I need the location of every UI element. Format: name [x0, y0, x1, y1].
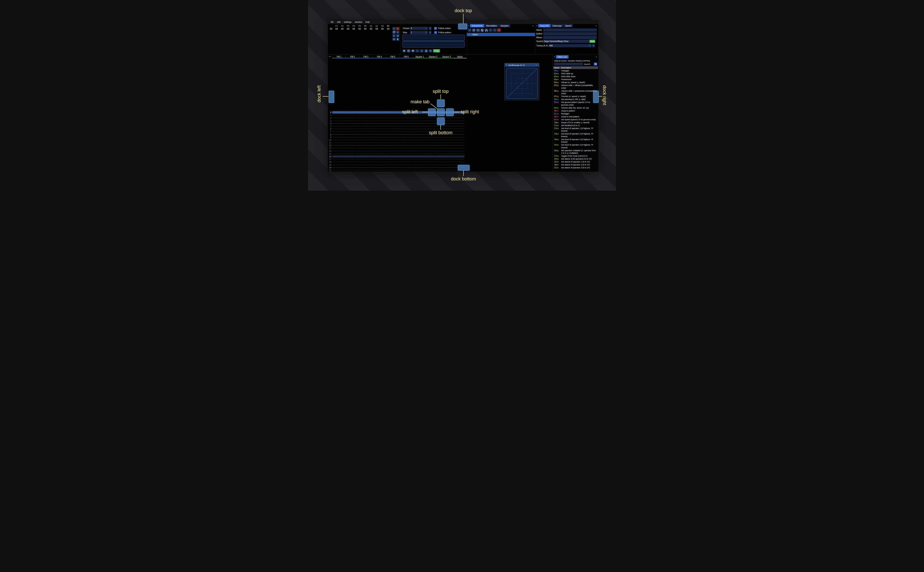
instruments-tab[interactable]: Instruments — [470, 24, 484, 27]
name-input[interactable] — [543, 28, 597, 31]
octave-input[interactable]: 3 — [410, 27, 425, 30]
instrument-delete-button[interactable]: × — [497, 28, 501, 32]
order-move-up-button[interactable]: ∧ — [396, 31, 399, 34]
order-add-button[interactable]: + — [392, 27, 396, 30]
step-minus-button[interactable]: - — [425, 31, 428, 34]
order-cell[interactable]: 00 — [357, 28, 362, 31]
split-bottom-target[interactable] — [437, 118, 445, 125]
effect-list-tab[interactable]: Effect List — [556, 55, 569, 59]
menu-item[interactable]: file — [329, 21, 335, 23]
dock-bottom-target[interactable] — [458, 165, 469, 171]
dock-right-target[interactable] — [593, 91, 598, 103]
order-cell[interactable]: 00 — [340, 28, 345, 31]
channel-header[interactable]: Noise — [453, 55, 467, 58]
play-from-start-button[interactable] — [407, 49, 410, 53]
menu-item[interactable]: help — [364, 21, 371, 23]
channel-header[interactable]: FM 6 — [399, 55, 413, 58]
poly-toggle-button[interactable]: Poly — [433, 49, 440, 53]
split-right-target[interactable] — [446, 109, 453, 116]
instrument-duplicate-button[interactable] — [472, 28, 475, 32]
instrument-move-down-button[interactable]: ↓ — [493, 28, 497, 32]
pattern-row-cells[interactable] — [332, 120, 464, 122]
channel-header[interactable]: Square 2 — [426, 55, 439, 58]
order-remove-button[interactable]: − — [396, 27, 399, 30]
dock-left-target[interactable] — [329, 91, 334, 103]
octave-minus-button[interactable]: - — [425, 27, 428, 30]
close-icon[interactable]: × — [534, 64, 538, 66]
channel-header[interactable]: FM 1 — [332, 55, 346, 58]
pattern-row-cells[interactable] — [332, 158, 464, 160]
order-cell[interactable]: 00 — [351, 28, 357, 31]
step-plus-button[interactable]: + — [429, 31, 432, 34]
oscilloscope-title-bar[interactable]: ▼ Oscilloscope (X-Y) × — [505, 63, 539, 67]
step-one-row-button[interactable] — [411, 49, 415, 53]
order-cell[interactable]: 00 — [334, 28, 340, 31]
channel-header[interactable]: FM 4 — [372, 55, 386, 58]
step-input[interactable]: 1 — [410, 31, 425, 34]
follow-pattern-checkbox[interactable]: ✓ — [434, 31, 437, 34]
collapse-arrow-icon[interactable]: ▼ — [553, 56, 556, 58]
system-auto-button[interactable]: Auto — [589, 40, 595, 43]
tuning-minus-button[interactable]: - — [589, 44, 592, 47]
menu-item[interactable]: edit — [335, 21, 342, 23]
collapse-arrow-icon[interactable]: ▼ — [506, 64, 507, 66]
order-move-down-button[interactable]: ∨ — [392, 34, 396, 37]
album-input[interactable] — [543, 36, 597, 39]
channel-header[interactable]: Square 1 — [413, 55, 426, 58]
song-info-tab[interactable]: Song Info — [538, 24, 550, 27]
metronome-button[interactable] — [424, 49, 428, 53]
follow-orders-checkbox[interactable]: ✓ — [434, 27, 437, 30]
instrument-save-button[interactable] — [480, 28, 484, 32]
collapse-arrow-icon[interactable]: ▼ — [467, 25, 470, 27]
octave-plus-button[interactable]: + — [429, 27, 432, 30]
pattern-row-cells[interactable] — [332, 144, 464, 147]
instrument-add-button[interactable]: + — [468, 28, 471, 32]
instrument-move-up-button[interactable]: ↑ — [489, 28, 492, 32]
close-icon[interactable]: × — [595, 56, 598, 58]
instruments-tab[interactable]: Samples — [499, 24, 510, 27]
order-cell[interactable]: 00 — [380, 28, 385, 31]
order-cell[interactable]: 00 — [368, 28, 374, 31]
order-edit-mode-button[interactable] — [396, 37, 399, 41]
pattern-row-cells[interactable] — [332, 122, 464, 125]
close-icon[interactable]: × — [531, 25, 534, 27]
channel-header[interactable]: FM 3 — [359, 55, 372, 58]
system-input[interactable]: Sega Genesis/Mega Drive — [543, 40, 590, 43]
order-duplicate-button[interactable] — [392, 31, 396, 34]
effect-list-menu-button[interactable] — [594, 62, 597, 65]
order-cell[interactable]: 00 — [385, 28, 391, 31]
order-cell[interactable]: 00 — [362, 28, 368, 31]
pattern-row-cells[interactable] — [332, 163, 464, 166]
effect-search-input[interactable] — [554, 63, 583, 65]
collapse-arrow-icon[interactable]: ▼ — [536, 25, 538, 27]
song-info-tab[interactable]: Subsongs — [551, 24, 563, 27]
close-icon[interactable]: × — [594, 25, 598, 27]
order-exchange-button[interactable]: ⇄ — [392, 37, 396, 41]
author-input[interactable] — [543, 32, 597, 35]
make-tab-target[interactable] — [437, 109, 445, 116]
order-cell[interactable]: 00 — [374, 28, 380, 31]
pattern-row-cells[interactable] — [332, 111, 464, 114]
tuning-plus-button[interactable]: + — [592, 44, 595, 47]
pattern-row-cells[interactable] — [332, 125, 464, 127]
instrument-list-selected-row[interactable]: ○ - None - — [467, 33, 535, 36]
split-top-target[interactable] — [437, 99, 445, 107]
pattern-row-cells[interactable] — [332, 141, 464, 144]
channel-header[interactable]: FM 5 — [386, 55, 399, 58]
pattern-row-cells[interactable] — [332, 117, 464, 119]
pattern-row-cells[interactable] — [332, 155, 464, 158]
move-cursor-down-button[interactable]: ↓ — [416, 49, 419, 53]
play-button[interactable] — [402, 49, 406, 53]
dock-top-target[interactable] — [458, 23, 467, 29]
channel-expand-toggle[interactable]: ++ — [329, 55, 331, 58]
edit-record-toggle[interactable]: ● — [420, 49, 424, 53]
repeat-pattern-button[interactable]: ↻ — [429, 49, 432, 53]
tuning-input[interactable]: 440 — [548, 44, 590, 47]
pattern-row-cells[interactable] — [332, 136, 464, 138]
pattern-row-cells[interactable] — [332, 152, 464, 155]
instrument-organize-button[interactable] — [485, 28, 488, 32]
split-left-target[interactable] — [428, 109, 436, 116]
song-info-tab[interactable]: Speed — [564, 24, 573, 27]
pattern-row-cells[interactable] — [332, 160, 464, 163]
order-row-index[interactable]: 00 — [328, 28, 334, 31]
